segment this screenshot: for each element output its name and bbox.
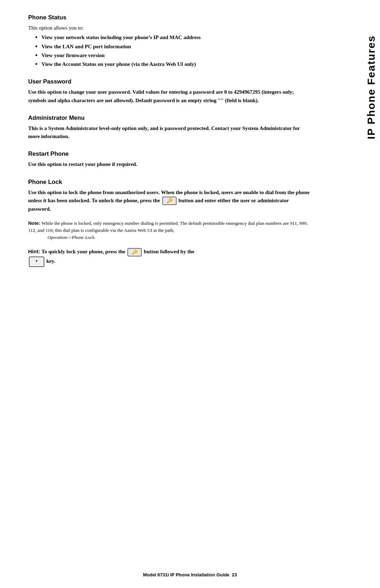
hint-label: Hint: [28, 248, 40, 254]
star-key-button: * [29, 256, 44, 267]
footer-text: Model 6731i IP Phone Installation Guide … [143, 572, 237, 577]
lock-button-hint: 🔑 [127, 248, 142, 256]
section-body-administrator-menu: This is a System Administrator level-onl… [28, 124, 310, 141]
footer-page-number: 23 [232, 572, 237, 577]
section-title-phone-status: Phone Status [28, 14, 310, 21]
hint-block-phone-lock: Hint: To quickly lock your phone, press … [28, 247, 310, 267]
section-title-user-password: User Password [28, 78, 310, 85]
list-item: View the Account Status on your phone (v… [35, 60, 310, 68]
lock-icon: 🔑 [166, 197, 172, 205]
note-label: Note: [28, 221, 40, 226]
hint-body: To quickly lock your phone, press the [42, 249, 126, 254]
note-italic: Operation->Phone Lock. [48, 235, 96, 240]
section-body-phone-lock: Use this option to lock the phone from u… [28, 188, 310, 213]
list-item: View your firmware version [35, 51, 310, 60]
side-label-line1: IP Phone Features [365, 35, 377, 139]
section-title-administrator-menu: Administrator Menu [28, 114, 310, 122]
hint-end: key. [46, 258, 55, 264]
note-block-phone-lock: Note: While the phone is locked, only em… [28, 220, 310, 241]
section-phone-lock: Phone Lock Use this option to lock the p… [28, 179, 310, 267]
section-title-restart-phone: Restart Phone [28, 150, 310, 157]
note-italic-text: Operation->Phone Lock. [48, 234, 310, 241]
section-phone-status: Phone Status This option allows you to: … [28, 14, 310, 68]
lock-button-inline: 🔑 [162, 197, 177, 205]
list-item: View the LAN and PC port information [35, 43, 310, 51]
section-title-phone-lock: Phone Lock [28, 179, 310, 186]
page-container: Phone Status This option allows you to: … [0, 0, 380, 588]
star-key-label: * [36, 258, 37, 265]
note-body: While the phone is locked, only emergenc… [28, 221, 308, 233]
section-user-password: User Password Use this option to change … [28, 78, 310, 105]
footer-model: Model 6731i IP Phone Installation Guide [143, 572, 229, 577]
section-restart-phone: Restart Phone Use this option to restart… [28, 150, 310, 168]
section-body-phone-status: This option allows you to: View your net… [28, 24, 310, 68]
hint-body2: button followed by the [144, 249, 195, 254]
lock-icon-hint: 🔑 [132, 248, 138, 256]
section-body-user-password: Use this option to change your user pass… [28, 88, 310, 105]
side-label: IP Phone Features [365, 35, 377, 139]
list-item: View your network status including your … [35, 33, 310, 42]
phone-status-intro: This option allows you to: [28, 25, 84, 31]
section-administrator-menu: Administrator Menu This is a System Admi… [28, 114, 310, 141]
phone-status-list: View your network status including your … [35, 33, 310, 68]
footer: Model 6731i IP Phone Installation Guide … [0, 572, 380, 577]
section-body-restart-phone: Use this option to restart your phone if… [28, 160, 310, 168]
main-content: Phone Status This option allows you to: … [0, 0, 338, 298]
side-label-container: IP Phone Features [359, 0, 380, 588]
